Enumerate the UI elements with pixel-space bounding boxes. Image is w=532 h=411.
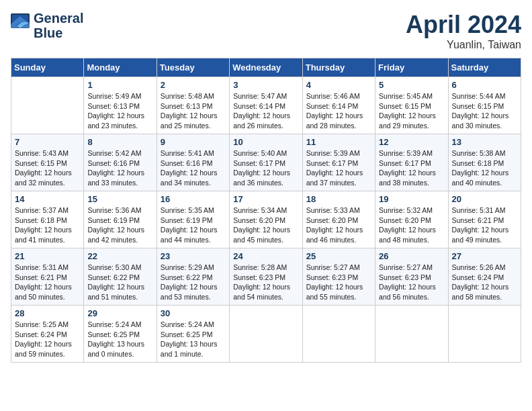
day-cell: 11Sunrise: 5:39 AMSunset: 6:17 PMDayligh… xyxy=(302,134,375,191)
day-number: 26 xyxy=(379,251,444,261)
day-number: 28 xyxy=(15,308,80,318)
day-number: 12 xyxy=(379,137,444,147)
day-number: 20 xyxy=(452,194,517,204)
day-number: 27 xyxy=(452,251,517,261)
week-row-5: 28Sunrise: 5:25 AMSunset: 6:24 PMDayligh… xyxy=(11,306,521,363)
day-info: Sunrise: 5:27 AMSunset: 6:23 PMDaylight:… xyxy=(306,263,371,302)
day-cell xyxy=(11,77,84,134)
header-cell-monday: Monday xyxy=(84,58,157,77)
day-cell xyxy=(302,306,375,363)
day-info: Sunrise: 5:43 AMSunset: 6:15 PMDaylight:… xyxy=(15,148,80,188)
day-info: Sunrise: 5:41 AMSunset: 6:16 PMDaylight:… xyxy=(161,148,226,188)
calendar-body: 1Sunrise: 5:49 AMSunset: 6:13 PMDaylight… xyxy=(11,77,521,363)
day-cell xyxy=(448,306,521,363)
day-info: Sunrise: 5:31 AMSunset: 6:21 PMDaylight:… xyxy=(15,263,80,302)
day-number: 19 xyxy=(379,194,444,204)
day-number: 1 xyxy=(87,80,152,90)
day-cell: 4Sunrise: 5:46 AMSunset: 6:14 PMDaylight… xyxy=(302,77,375,134)
day-cell: 25Sunrise: 5:27 AMSunset: 6:23 PMDayligh… xyxy=(302,248,375,306)
day-cell: 7Sunrise: 5:43 AMSunset: 6:15 PMDaylight… xyxy=(11,134,84,191)
day-number: 13 xyxy=(452,137,517,147)
week-row-3: 14Sunrise: 5:37 AMSunset: 6:18 PMDayligh… xyxy=(11,191,521,248)
header-row: SundayMondayTuesdayWednesdayThursdayFrid… xyxy=(11,58,521,77)
day-number: 14 xyxy=(15,194,80,204)
day-info: Sunrise: 5:45 AMSunset: 6:15 PMDaylight:… xyxy=(379,91,444,131)
header-cell-saturday: Saturday xyxy=(448,58,521,77)
day-info: Sunrise: 5:28 AMSunset: 6:23 PMDaylight:… xyxy=(233,263,298,302)
day-info: Sunrise: 5:37 AMSunset: 6:18 PMDaylight:… xyxy=(15,205,80,245)
day-cell: 18Sunrise: 5:33 AMSunset: 6:20 PMDayligh… xyxy=(302,191,375,248)
day-number: 16 xyxy=(161,194,226,204)
day-info: Sunrise: 5:46 AMSunset: 6:14 PMDaylight:… xyxy=(306,91,371,131)
day-number: 2 xyxy=(161,80,226,90)
day-cell: 23Sunrise: 5:29 AMSunset: 6:22 PMDayligh… xyxy=(157,248,229,306)
day-number: 15 xyxy=(87,194,152,204)
day-number: 10 xyxy=(233,137,298,147)
calendar-header: SundayMondayTuesdayWednesdayThursdayFrid… xyxy=(11,58,521,77)
day-cell: 6Sunrise: 5:44 AMSunset: 6:15 PMDaylight… xyxy=(448,77,521,134)
day-number: 24 xyxy=(233,251,298,261)
day-cell: 30Sunrise: 5:24 AMSunset: 6:25 PMDayligh… xyxy=(157,306,229,363)
day-cell xyxy=(230,306,302,363)
day-cell: 27Sunrise: 5:26 AMSunset: 6:24 PMDayligh… xyxy=(448,248,521,306)
day-cell: 24Sunrise: 5:28 AMSunset: 6:23 PMDayligh… xyxy=(230,248,302,306)
day-number: 22 xyxy=(87,251,152,261)
day-cell: 3Sunrise: 5:47 AMSunset: 6:14 PMDaylight… xyxy=(230,77,302,134)
day-info: Sunrise: 5:35 AMSunset: 6:19 PMDaylight:… xyxy=(161,205,226,245)
day-info: Sunrise: 5:48 AMSunset: 6:13 PMDaylight:… xyxy=(161,91,226,131)
logo: General Blue xyxy=(11,11,83,40)
day-info: Sunrise: 5:24 AMSunset: 6:25 PMDaylight:… xyxy=(161,320,226,359)
location-title: Yuanlin, Taiwan xyxy=(406,39,521,51)
day-info: Sunrise: 5:34 AMSunset: 6:20 PMDaylight:… xyxy=(233,205,298,245)
day-cell: 21Sunrise: 5:31 AMSunset: 6:21 PMDayligh… xyxy=(11,248,84,306)
day-number: 29 xyxy=(87,308,152,318)
day-number: 21 xyxy=(15,251,80,261)
header-cell-sunday: Sunday xyxy=(11,58,84,77)
day-number: 4 xyxy=(306,80,371,90)
week-row-1: 1Sunrise: 5:49 AMSunset: 6:13 PMDaylight… xyxy=(11,77,521,134)
day-number: 5 xyxy=(379,80,444,90)
day-number: 3 xyxy=(233,80,298,90)
day-cell: 17Sunrise: 5:34 AMSunset: 6:20 PMDayligh… xyxy=(230,191,302,248)
day-info: Sunrise: 5:39 AMSunset: 6:17 PMDaylight:… xyxy=(306,148,371,188)
day-number: 30 xyxy=(161,308,226,318)
calendar-table: SundayMondayTuesdayWednesdayThursdayFrid… xyxy=(11,58,521,363)
day-cell: 8Sunrise: 5:42 AMSunset: 6:16 PMDaylight… xyxy=(84,134,157,191)
day-cell: 20Sunrise: 5:31 AMSunset: 6:21 PMDayligh… xyxy=(448,191,521,248)
day-cell: 22Sunrise: 5:30 AMSunset: 6:22 PMDayligh… xyxy=(84,248,157,306)
week-row-4: 21Sunrise: 5:31 AMSunset: 6:21 PMDayligh… xyxy=(11,248,521,306)
day-number: 9 xyxy=(161,137,226,147)
page-header: General Blue April 2024 Yuanlin, Taiwan xyxy=(11,11,521,51)
day-cell: 19Sunrise: 5:32 AMSunset: 6:20 PMDayligh… xyxy=(375,191,448,248)
day-cell: 10Sunrise: 5:40 AMSunset: 6:17 PMDayligh… xyxy=(230,134,302,191)
day-number: 17 xyxy=(233,194,298,204)
day-cell: 16Sunrise: 5:35 AMSunset: 6:19 PMDayligh… xyxy=(157,191,229,248)
day-info: Sunrise: 5:47 AMSunset: 6:14 PMDaylight:… xyxy=(233,91,298,131)
day-number: 23 xyxy=(161,251,226,261)
header-cell-thursday: Thursday xyxy=(302,58,375,77)
day-cell: 13Sunrise: 5:38 AMSunset: 6:18 PMDayligh… xyxy=(448,134,521,191)
day-info: Sunrise: 5:36 AMSunset: 6:19 PMDaylight:… xyxy=(87,205,152,245)
day-cell: 15Sunrise: 5:36 AMSunset: 6:19 PMDayligh… xyxy=(84,191,157,248)
day-cell: 14Sunrise: 5:37 AMSunset: 6:18 PMDayligh… xyxy=(11,191,84,248)
day-cell: 2Sunrise: 5:48 AMSunset: 6:13 PMDaylight… xyxy=(157,77,229,134)
day-info: Sunrise: 5:39 AMSunset: 6:17 PMDaylight:… xyxy=(379,148,444,188)
day-info: Sunrise: 5:26 AMSunset: 6:24 PMDaylight:… xyxy=(452,263,517,302)
day-info: Sunrise: 5:30 AMSunset: 6:22 PMDaylight:… xyxy=(87,263,152,302)
logo-icon xyxy=(11,13,31,38)
day-info: Sunrise: 5:33 AMSunset: 6:20 PMDaylight:… xyxy=(306,205,371,245)
day-info: Sunrise: 5:27 AMSunset: 6:23 PMDaylight:… xyxy=(379,263,444,302)
header-cell-wednesday: Wednesday xyxy=(230,58,302,77)
day-number: 25 xyxy=(306,251,371,261)
day-info: Sunrise: 5:49 AMSunset: 6:13 PMDaylight:… xyxy=(87,91,152,131)
day-cell xyxy=(375,306,448,363)
day-info: Sunrise: 5:44 AMSunset: 6:15 PMDaylight:… xyxy=(452,91,517,131)
header-cell-tuesday: Tuesday xyxy=(157,58,229,77)
day-info: Sunrise: 5:25 AMSunset: 6:24 PMDaylight:… xyxy=(15,320,80,359)
day-info: Sunrise: 5:42 AMSunset: 6:16 PMDaylight:… xyxy=(87,148,152,188)
week-row-2: 7Sunrise: 5:43 AMSunset: 6:15 PMDaylight… xyxy=(11,134,521,191)
day-number: 11 xyxy=(306,137,371,147)
day-number: 18 xyxy=(306,194,371,204)
day-info: Sunrise: 5:38 AMSunset: 6:18 PMDaylight:… xyxy=(452,148,517,188)
header-cell-friday: Friday xyxy=(375,58,448,77)
